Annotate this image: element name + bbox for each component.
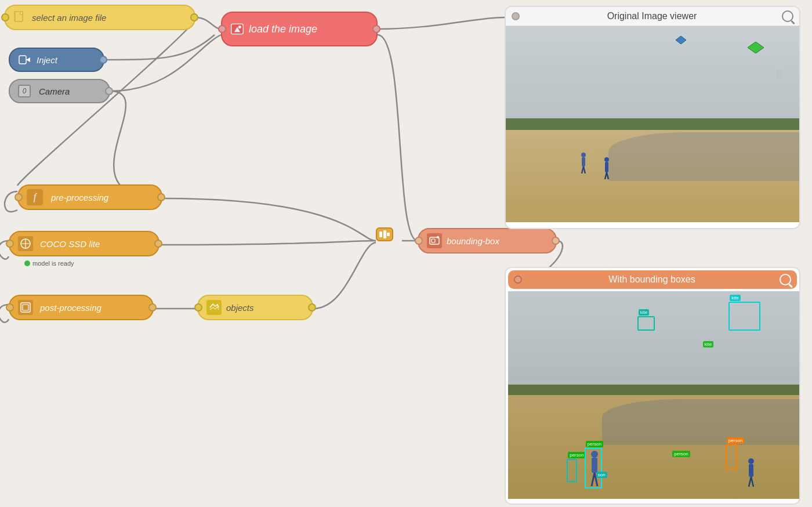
- coco-port-left[interactable]: [6, 240, 14, 248]
- kite3-label: kite: [703, 341, 713, 347]
- svg-rect-14: [432, 239, 435, 242]
- svg-line-33: [751, 477, 753, 487]
- load-image-port-left[interactable]: [218, 25, 226, 33]
- select-image-port-right[interactable]: [190, 13, 198, 21]
- bounding-viewer-port[interactable]: [514, 276, 522, 284]
- svg-line-25: [607, 172, 608, 179]
- svg-rect-5: [19, 56, 26, 64]
- bounding-image: kite kite kite person perso: [508, 291, 800, 499]
- load-image-node[interactable]: load the image: [221, 12, 378, 46]
- select-image-port-left[interactable]: [1, 13, 9, 21]
- inject-label: Inject: [37, 55, 57, 65]
- inject-icon: [18, 53, 32, 67]
- svg-rect-31: [749, 464, 753, 477]
- original-viewer: Original Image viewer: [505, 6, 800, 229]
- person-label-son: son: [596, 472, 607, 478]
- inject-port-right[interactable]: [99, 56, 107, 64]
- preprocessing-label: pre-processing: [51, 193, 108, 202]
- camera-port-right[interactable]: [105, 87, 113, 95]
- svg-line-21: [583, 166, 585, 173]
- post-port-right[interactable]: [148, 303, 157, 312]
- objects-node[interactable]: objects: [197, 295, 313, 320]
- svg-point-15: [437, 236, 439, 238]
- kite2-bb: kite: [637, 316, 655, 331]
- person-bb-right: person: [726, 444, 737, 470]
- post-port-left[interactable]: [6, 303, 14, 312]
- bounding-port-left[interactable]: [415, 237, 423, 245]
- connector-orange[interactable]: [376, 227, 393, 241]
- load-image-port-right[interactable]: [372, 25, 380, 33]
- coco-ssd-label: COCO SSD lite: [40, 239, 100, 249]
- svg-point-18: [581, 153, 586, 157]
- postprocessing-label: post-processing: [40, 303, 102, 313]
- objects-port-left[interactable]: [194, 303, 202, 312]
- camera-icon-box: 0: [18, 85, 31, 97]
- bounding-box-icon: [427, 233, 442, 248]
- original-image: [506, 26, 799, 222]
- load-image-label: load the image: [249, 23, 317, 35]
- bounding-search-icon[interactable]: [780, 274, 791, 285]
- svg-rect-27: [592, 458, 597, 473]
- svg-point-4: [238, 26, 241, 28]
- svg-point-22: [604, 157, 609, 162]
- model-status: model is ready: [24, 260, 74, 267]
- select-image-node[interactable]: select an image file: [4, 5, 195, 30]
- svg-marker-17: [676, 36, 686, 44]
- preprocessing-port-left[interactable]: [14, 193, 23, 201]
- bounding-viewer-title: With bounding boxes: [524, 274, 780, 285]
- svg-marker-16: [748, 42, 764, 53]
- preprocessing-port-right[interactable]: [157, 193, 165, 201]
- load-image-icon: [230, 22, 244, 36]
- camera-node[interactable]: 0 Camera: [9, 79, 110, 103]
- camera-label: Camera: [39, 86, 70, 96]
- person-bb-main: person: [585, 448, 602, 488]
- svg-rect-23: [605, 162, 608, 172]
- viewer-port-left[interactable]: [512, 12, 520, 20]
- coco-icon: [18, 236, 33, 251]
- figure-back: [745, 458, 757, 487]
- svg-rect-10: [379, 231, 382, 237]
- status-dot: [24, 260, 30, 266]
- svg-rect-11: [383, 230, 386, 238]
- original-search-icon[interactable]: [782, 10, 793, 22]
- inject-node[interactable]: Inject: [9, 48, 104, 72]
- svg-marker-6: [26, 57, 30, 62]
- person-bb-1: person: [567, 459, 577, 482]
- figure-2: [603, 157, 611, 179]
- kite-shape: [748, 42, 764, 53]
- coco-ssd-node[interactable]: COCO SSD lite: [9, 231, 160, 256]
- figure-1: [579, 153, 588, 173]
- objects-port-right[interactable]: [308, 303, 316, 312]
- postprocessing-node[interactable]: post-processing: [9, 295, 154, 320]
- svg-point-26: [591, 451, 598, 458]
- coco-port-right[interactable]: [154, 240, 162, 248]
- bounding-viewer: With bounding boxes kite kite kite: [505, 267, 800, 505]
- svg-rect-12: [387, 233, 390, 236]
- original-viewer-title: Original Image viewer: [522, 11, 782, 21]
- bounding-port-right[interactable]: [552, 237, 560, 245]
- postprocess-icon: [18, 300, 33, 315]
- bounding-box-node[interactable]: bounding-box: [418, 228, 557, 253]
- file-icon: [13, 10, 27, 24]
- svg-point-30: [748, 458, 754, 464]
- bounding-box-label: bounding-box: [447, 236, 499, 246]
- function-icon: f: [27, 189, 43, 205]
- select-image-label: select an image file: [32, 13, 106, 23]
- objects-icon: [206, 300, 222, 315]
- preprocessing-node[interactable]: f pre-processing: [17, 184, 162, 210]
- svg-rect-19: [582, 157, 585, 166]
- model-ready-label: model is ready: [32, 260, 74, 267]
- kite-bb: kite: [728, 302, 760, 331]
- objects-label: objects: [226, 303, 254, 313]
- svg-rect-9: [23, 305, 28, 310]
